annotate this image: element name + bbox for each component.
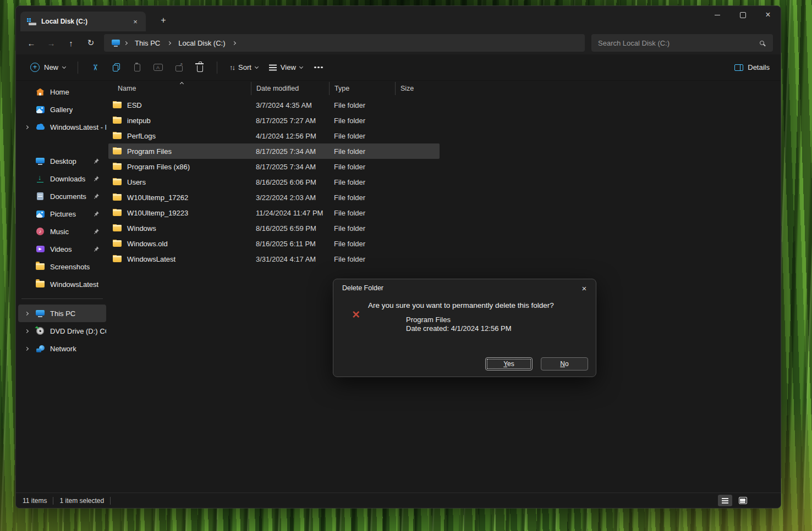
delete-button[interactable] — [189, 58, 210, 77]
table-row[interactable]: Users 8/16/2025 6:06 PM File folder — [108, 174, 440, 190]
maximize-button[interactable] — [730, 6, 755, 24]
breadcrumb[interactable]: This PC Local Disk (C:) — [104, 34, 585, 52]
table-row-selected[interactable]: Program Files 8/17/2025 7:34 AM File fol… — [108, 143, 440, 159]
tab-close-icon[interactable] — [130, 16, 140, 26]
sort-button[interactable]: Sort — [224, 58, 264, 77]
column-header-date-modified[interactable]: Date modified — [251, 82, 329, 95]
sidebar-item-pictures[interactable]: Pictures — [18, 205, 106, 223]
view-lines-icon — [269, 67, 277, 68]
column-header-name[interactable]: Name — [108, 82, 251, 95]
search-icon[interactable] — [760, 41, 764, 45]
tab-title: Local Disk (C:) — [41, 18, 125, 25]
sidebar-item-home[interactable]: Home — [18, 83, 106, 101]
up-icon[interactable] — [61, 34, 81, 52]
minimize-button[interactable] — [705, 6, 730, 24]
chevron-expand-icon[interactable] — [24, 125, 28, 129]
folder-details: Program Files Date created: 4/1/2024 12:… — [406, 316, 512, 333]
sidebar-item-documents[interactable]: Documents — [18, 187, 106, 205]
dialog-title: Delete Folder — [342, 284, 576, 292]
table-row[interactable]: WindowsLatest 3/31/2024 4:17 AM File fol… — [108, 251, 440, 267]
pin-icon — [93, 158, 100, 164]
sidebar-divider — [21, 298, 103, 299]
table-row[interactable]: Program Files (x86) 8/17/2025 7:34 AM Fi… — [108, 159, 440, 174]
sidebar: Home Gallery WindowsLatest - Pe Desktop — [16, 81, 108, 493]
dialog-close-icon[interactable] — [576, 281, 592, 295]
sidebar-item-music[interactable]: Music — [18, 223, 106, 240]
sidebar-item-dvd-drive[interactable]: DVD Drive (D:) CCC — [18, 322, 106, 340]
delete-folder-dialog: Delete Folder × Are you sure you want to… — [333, 279, 596, 377]
new-tab-button[interactable] — [157, 14, 170, 27]
sidebar-item-desktop[interactable]: Desktop — [18, 152, 106, 170]
table-row[interactable]: W10Ultemp_17262 3/22/2024 2:03 AM File f… — [108, 190, 440, 205]
yes-button[interactable]: Yes — [485, 357, 533, 370]
column-header-size[interactable]: Size — [395, 82, 440, 95]
folder-icon — [113, 209, 122, 216]
new-label: New — [44, 63, 58, 71]
more-options-button[interactable] — [308, 58, 329, 77]
table-row[interactable]: W10Ultemp_19223 11/24/2024 11:47 PM File… — [108, 205, 440, 220]
chevron-expand-icon[interactable] — [24, 311, 28, 315]
table-row[interactable]: Windows.old 8/16/2025 6:11 PM File folde… — [108, 236, 440, 251]
details-view-toggle[interactable] — [718, 495, 732, 506]
breadcrumb-local-disk[interactable]: Local Disk (C:) — [173, 39, 231, 47]
view-button[interactable]: View — [264, 58, 308, 77]
tab-local-disk-c[interactable]: Local Disk (C:) — [20, 12, 146, 31]
table-row[interactable]: inetpub 8/17/2025 7:27 AM File folder — [108, 113, 440, 128]
folder-icon — [113, 179, 122, 185]
this-pc-icon — [36, 310, 45, 317]
refresh-icon[interactable] — [81, 34, 101, 52]
share-icon — [175, 65, 183, 71]
folder-icon — [113, 240, 122, 247]
search-input[interactable] — [598, 39, 760, 47]
details-pane-icon — [734, 64, 743, 71]
chevron-right-icon — [124, 41, 128, 45]
onedrive-cloud-icon — [36, 126, 45, 130]
toolbar-divider — [217, 62, 217, 74]
thumbnail-view-toggle[interactable] — [736, 495, 750, 506]
sidebar-item-network[interactable]: Network — [18, 340, 106, 357]
dialog-message: Are you sure you want to permanently del… — [368, 301, 554, 309]
file-explorer-window: Local Disk (C:) This PC Local Disk (C:) — [15, 5, 781, 508]
column-headers: Name Date modified Type Size — [108, 82, 781, 95]
search-box[interactable] — [591, 34, 773, 52]
video-icon — [36, 246, 45, 252]
details-pane-button[interactable]: Details — [732, 58, 772, 77]
rename-button[interactable] — [147, 58, 168, 77]
close-button[interactable] — [755, 6, 781, 24]
dvd-icon — [36, 327, 44, 335]
folder-icon — [113, 102, 122, 108]
sidebar-item-videos[interactable]: Videos — [18, 240, 106, 258]
sidebar-item-downloads[interactable]: Downloads — [18, 170, 106, 187]
forward-icon[interactable] — [41, 34, 61, 52]
item-count: 11 items — [23, 497, 47, 505]
selection-count: 1 item selected — [59, 497, 104, 505]
breadcrumb-this-pc[interactable]: This PC — [129, 39, 166, 47]
cut-button[interactable] — [85, 58, 106, 77]
chevron-right-icon — [167, 41, 171, 45]
copy-icon — [113, 63, 120, 71]
table-row[interactable]: ESD 3/7/2024 4:35 AM File folder — [108, 97, 440, 113]
table-row[interactable]: PerfLogs 4/1/2024 12:56 PM File folder — [108, 128, 440, 143]
sidebar-item-this-pc[interactable]: This PC — [18, 305, 106, 322]
sidebar-item-gallery[interactable]: Gallery — [18, 101, 106, 118]
folder-icon — [113, 225, 122, 231]
folder-icon — [113, 256, 122, 262]
new-button[interactable]: New — [25, 58, 71, 77]
folder-icon — [113, 117, 122, 124]
sidebar-item-windowslatest[interactable]: WindowsLatest — [18, 275, 106, 293]
copy-button[interactable] — [106, 58, 127, 77]
pin-icon — [93, 211, 100, 217]
share-button[interactable] — [168, 58, 189, 77]
sort-label: Sort — [238, 63, 251, 71]
back-icon[interactable] — [21, 34, 41, 52]
sidebar-item-screenshots[interactable]: Screenshots — [18, 258, 106, 275]
status-bar: 11 items 1 item selected — [16, 493, 781, 508]
sidebar-item-onedrive[interactable]: WindowsLatest - Pe — [18, 118, 106, 136]
no-button[interactable]: No — [541, 357, 588, 370]
chevron-expand-icon[interactable] — [24, 346, 28, 350]
column-header-type[interactable]: Type — [329, 82, 395, 95]
chevron-expand-icon[interactable] — [24, 329, 28, 333]
table-row[interactable]: Windows 8/16/2025 6:59 PM File folder — [108, 220, 440, 236]
paste-button[interactable] — [127, 58, 147, 77]
status-divider — [53, 497, 53, 505]
